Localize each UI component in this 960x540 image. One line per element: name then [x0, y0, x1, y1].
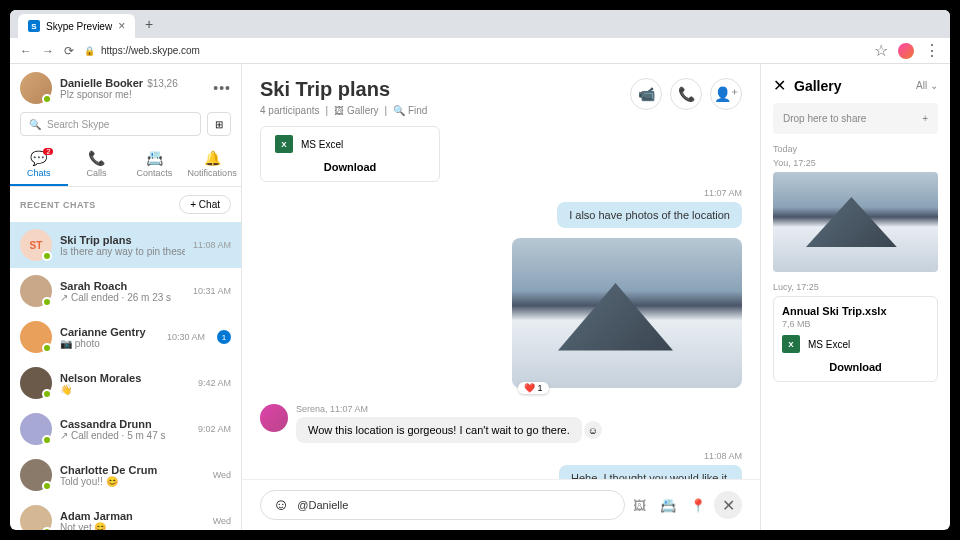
chat-avatar — [20, 413, 52, 445]
gallery-title: Gallery — [794, 78, 908, 94]
shared-photo[interactable]: ❤️ 1 — [512, 238, 742, 388]
chat-preview: Is there any way to pin these … — [60, 246, 185, 257]
balance: $13,26 — [147, 78, 178, 89]
skype-app: Danielle Booker$13,26 Plz sponsor me! ••… — [10, 64, 950, 530]
chat-item[interactable]: Sarah Roach↗Call ended · 26 m 23 s10:31 … — [10, 268, 241, 314]
close-icon[interactable]: × — [118, 19, 125, 33]
contact-card-icon[interactable]: 📇 — [660, 498, 676, 513]
new-tab-button[interactable]: + — [139, 14, 159, 34]
find-link[interactable]: 🔍 Find — [393, 105, 427, 116]
my-avatar — [20, 72, 52, 104]
back-icon[interactable]: ← — [20, 44, 32, 58]
received-message[interactable]: Wow this location is gorgeous! I can't w… — [296, 417, 582, 443]
chat-preview: Not yet 😊 — [60, 522, 205, 531]
dropzone[interactable]: Drop here to share+ — [773, 103, 938, 134]
tab-contacts[interactable]: 📇Contacts — [126, 144, 184, 186]
sent-message[interactable]: Hehe, I thought you would like it. — [559, 465, 742, 479]
chat-preview: ↗Call ended · 5 m 47 s — [60, 430, 190, 441]
presence-indicator — [42, 94, 52, 104]
sender-avatar[interactable] — [260, 404, 288, 432]
search-input[interactable]: 🔍Search Skype — [20, 112, 201, 136]
chat-name: Ski Trip plans — [60, 234, 185, 246]
gallery-photo[interactable] — [773, 172, 938, 272]
new-chat-button[interactable]: + Chat — [179, 195, 231, 214]
message-list[interactable]: XMS Excel Download 11:07 AM I also have … — [242, 126, 760, 479]
audio-call-button[interactable]: 📞 — [670, 78, 702, 110]
presence-indicator — [42, 481, 52, 491]
gallery-section-today: Today — [761, 144, 950, 154]
chat-time: 11:08 AM — [193, 240, 231, 250]
message-timestamp: 11:07 AM — [260, 188, 742, 198]
presence-indicator — [42, 389, 52, 399]
react-button[interactable]: ☺ — [584, 421, 602, 439]
file-attachment[interactable]: XMS Excel Download — [260, 126, 440, 182]
chat-item[interactable]: STSki Trip plansIs there any way to pin … — [10, 222, 241, 268]
chat-item[interactable]: Adam JarmanNot yet 😊Wed — [10, 498, 241, 530]
chat-name: Cassandra Drunn — [60, 418, 190, 430]
gallery-filter[interactable]: All ⌄ — [916, 80, 938, 91]
conversation-pane: Ski Trip plans 4 participants| 🖼 Gallery… — [242, 64, 760, 530]
reaction-badge[interactable]: ❤️ 1 — [518, 382, 549, 394]
gallery-link[interactable]: 🖼 Gallery — [334, 105, 378, 116]
reload-icon[interactable]: ⟳ — [64, 44, 74, 58]
download-button[interactable]: Download — [275, 161, 425, 173]
profile-status: Plz sponsor me! — [60, 89, 205, 100]
more-icon[interactable]: ••• — [213, 80, 231, 96]
tab-title: Skype Preview — [46, 21, 112, 32]
download-button[interactable]: Download — [782, 361, 929, 373]
gallery-file-size: 7,6 MB — [782, 319, 929, 329]
chats-badge: 2 — [43, 148, 53, 155]
emoji-icon[interactable]: ☺ — [273, 496, 289, 514]
browser-profile-avatar[interactable] — [898, 43, 914, 59]
send-button[interactable]: ✕ — [714, 491, 742, 519]
video-call-button[interactable]: 📹 — [630, 78, 662, 110]
location-icon[interactable]: 📍 — [690, 498, 706, 513]
message-input[interactable]: ☺ @Danielle — [260, 490, 625, 520]
chat-avatar — [20, 321, 52, 353]
participants-count[interactable]: 4 participants — [260, 105, 319, 116]
chat-name: Adam Jarman — [60, 510, 205, 522]
chat-icon: 💬2 — [30, 150, 47, 166]
add-participant-button[interactable]: 👤⁺ — [710, 78, 742, 110]
browser-urlbar: ← → ⟳ 🔒 https://web.skype.com ☆ ⋮ — [10, 38, 950, 64]
chat-item[interactable]: Carianne Gentry📷 photo10:30 AM1 — [10, 314, 241, 360]
chat-avatar — [20, 367, 52, 399]
url-text: https://web.skype.com — [101, 45, 200, 56]
conversation-title: Ski Trip plans — [260, 78, 427, 101]
chat-item[interactable]: Cassandra Drunn↗Call ended · 5 m 47 s9:0… — [10, 406, 241, 452]
chat-preview: 📷 photo — [60, 338, 159, 349]
lock-icon: 🔒 — [84, 46, 95, 56]
bookmark-icon[interactable]: ☆ — [874, 41, 888, 60]
presence-indicator — [42, 343, 52, 353]
chat-list[interactable]: STSki Trip plansIs there any way to pin … — [10, 222, 241, 530]
tab-chats[interactable]: 💬2Chats — [10, 144, 68, 186]
chat-name: Nelson Morales — [60, 372, 190, 384]
compose-area: ☺ @Danielle 🖼 📇 📍 ✕ — [242, 479, 760, 530]
gallery-file[interactable]: Annual Ski Trip.xslx 7,6 MB XMS Excel Do… — [773, 296, 938, 382]
tab-notifications[interactable]: 🔔Notifications — [183, 144, 241, 186]
profile-section[interactable]: Danielle Booker$13,26 Plz sponsor me! ••… — [10, 64, 241, 112]
tab-calls[interactable]: 📞Calls — [68, 144, 126, 186]
plus-icon: + — [922, 113, 928, 124]
presence-indicator — [42, 527, 52, 530]
sender-label: Serena, 11:07 AM — [296, 404, 742, 414]
chat-avatar — [20, 275, 52, 307]
compose-text: @Danielle — [297, 499, 612, 511]
call-icon: ↗ — [60, 292, 68, 303]
browser-tab[interactable]: S Skype Preview × — [18, 14, 135, 38]
profile-name: Danielle Booker — [60, 77, 143, 89]
attach-icon[interactable]: 🖼 — [633, 498, 646, 513]
url-field[interactable]: 🔒 https://web.skype.com — [84, 45, 864, 56]
chat-item[interactable]: Nelson Morales👋9:42 AM — [10, 360, 241, 406]
chat-avatar — [20, 505, 52, 530]
sent-message[interactable]: I also have photos of the location — [557, 202, 742, 228]
sidebar: Danielle Booker$13,26 Plz sponsor me! ••… — [10, 64, 242, 530]
gallery-file-name: Annual Ski Trip.xslx — [782, 305, 929, 317]
forward-icon[interactable]: → — [42, 44, 54, 58]
dialpad-button[interactable]: ⊞ — [207, 112, 231, 136]
contacts-icon: 📇 — [146, 150, 163, 166]
app-window: S Skype Preview × + ← → ⟳ 🔒 https://web.… — [10, 10, 950, 530]
chat-item[interactable]: Charlotte De CrumTold you!! 😊Wed — [10, 452, 241, 498]
close-gallery-icon[interactable]: ✕ — [773, 76, 786, 95]
browser-menu-icon[interactable]: ⋮ — [924, 41, 940, 60]
